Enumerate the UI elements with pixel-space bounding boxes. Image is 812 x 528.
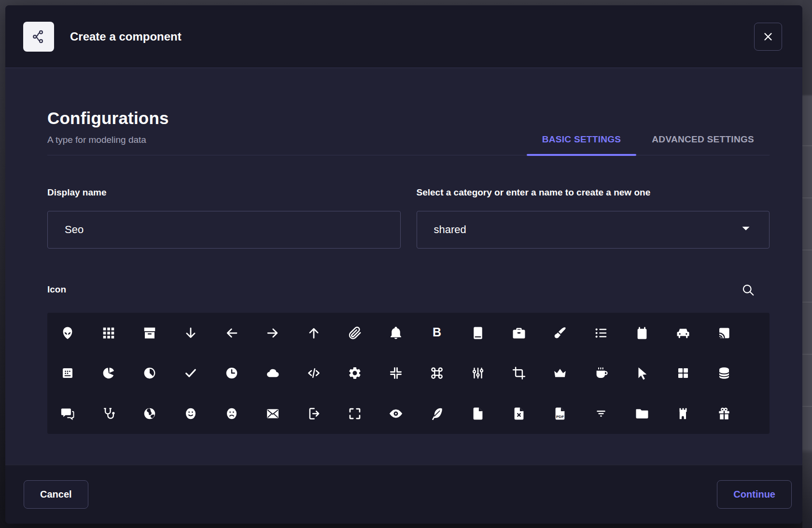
- icon-collapse[interactable]: [376, 353, 417, 394]
- icon-dashboard[interactable]: [662, 353, 703, 394]
- icon-book[interactable]: [457, 313, 498, 353]
- icon-file-error[interactable]: [498, 393, 539, 434]
- icon-chart-bubble[interactable]: [47, 353, 88, 394]
- icon-bullet-list[interactable]: [580, 313, 621, 353]
- icon-file[interactable]: [457, 393, 498, 434]
- icon-clock[interactable]: [211, 353, 252, 394]
- icon-feather[interactable]: [416, 393, 457, 434]
- icon-apps[interactable]: [88, 313, 129, 353]
- icon-picker-header: Icon: [47, 282, 770, 297]
- icon-database[interactable]: [703, 353, 744, 394]
- icon-cast[interactable]: [703, 313, 744, 353]
- background-page-edge: [802, 0, 812, 528]
- search-icon[interactable]: [741, 282, 755, 297]
- close-button[interactable]: [754, 23, 782, 51]
- tab-basic-settings[interactable]: BASIC SETTINGS: [527, 124, 637, 155]
- icon-check[interactable]: [170, 353, 211, 394]
- component-icon: [23, 22, 54, 52]
- icon-cup[interactable]: [580, 353, 621, 394]
- icon-gift[interactable]: [703, 393, 744, 434]
- tab-advanced-settings[interactable]: ADVANCED SETTINGS: [636, 124, 770, 155]
- icon-doctor[interactable]: [88, 393, 129, 434]
- icon-cursor[interactable]: [621, 353, 662, 394]
- icon-arrow-up[interactable]: [294, 313, 335, 353]
- icon-emotion-happy[interactable]: [170, 393, 211, 434]
- icon-discuss[interactable]: [47, 393, 88, 434]
- icon-crop[interactable]: [498, 353, 539, 394]
- settings-tabs: BASIC SETTINGS ADVANCED SETTINGS: [527, 124, 770, 155]
- icon-earth[interactable]: [129, 393, 170, 434]
- icon-arrow-down[interactable]: [170, 313, 211, 353]
- heading-row: Configurations A type for modeling data …: [47, 109, 770, 155]
- icon-expand[interactable]: [335, 393, 376, 434]
- svg-text:B: B: [433, 326, 441, 339]
- create-component-modal: Create a component Configurations A type…: [5, 5, 802, 524]
- svg-text:PDF: PDF: [556, 415, 564, 419]
- icon-chart-pie[interactable]: [129, 353, 170, 394]
- icon-brush[interactable]: [539, 313, 580, 353]
- category-select-value: shared: [434, 223, 466, 236]
- continue-button[interactable]: Continue: [717, 480, 792, 509]
- icon-car[interactable]: [662, 313, 703, 353]
- category-select[interactable]: shared: [417, 211, 770, 249]
- icon-grid: BPDF: [47, 313, 770, 434]
- icon-cloud[interactable]: [252, 353, 294, 394]
- icon-exit[interactable]: [294, 393, 335, 434]
- icon-emotion-unhappy[interactable]: [211, 393, 252, 434]
- icon-calendar[interactable]: [621, 313, 662, 353]
- category-label: Select a category or enter a name to cre…: [417, 187, 770, 198]
- icon-gate[interactable]: [662, 393, 703, 434]
- icon-crown[interactable]: [539, 353, 580, 394]
- icon-code[interactable]: [294, 353, 335, 394]
- cancel-button[interactable]: Cancel: [24, 480, 88, 509]
- icon-command[interactable]: [416, 353, 457, 394]
- icon-envelop[interactable]: [252, 393, 294, 434]
- tabs-divider: [47, 155, 770, 155]
- modal-footer: Cancel Continue: [5, 465, 802, 524]
- icon-archive[interactable]: [129, 313, 170, 353]
- caret-down-icon: [740, 222, 752, 237]
- display-name-input[interactable]: [47, 211, 401, 249]
- modal-header: Create a component: [5, 5, 802, 68]
- form-row: Display name Select a category or enter …: [47, 187, 770, 249]
- icon-briefcase[interactable]: [498, 313, 539, 353]
- section-title: Configurations: [47, 109, 527, 128]
- icon-arrow-left[interactable]: [211, 313, 252, 353]
- section-subtitle: A type for modeling data: [47, 135, 527, 145]
- icon-label: Icon: [47, 284, 66, 295]
- icon-filter[interactable]: [580, 393, 621, 434]
- modal-body: Configurations A type for modeling data …: [5, 68, 802, 465]
- display-name-label: Display name: [47, 187, 401, 198]
- icon-bold[interactable]: B: [416, 313, 457, 353]
- icon-connector[interactable]: [457, 353, 498, 394]
- icon-folder[interactable]: [621, 393, 662, 434]
- icon-attachment[interactable]: [335, 313, 376, 353]
- icon-alien[interactable]: [47, 313, 88, 353]
- modal-title: Create a component: [70, 30, 182, 43]
- icon-file-pdf[interactable]: PDF: [539, 393, 580, 434]
- icon-cog[interactable]: [335, 353, 376, 394]
- icon-chart-circle[interactable]: [88, 353, 129, 394]
- icon-eye[interactable]: [376, 393, 417, 434]
- icon-bell[interactable]: [376, 313, 417, 353]
- icon-arrow-right[interactable]: [252, 313, 294, 353]
